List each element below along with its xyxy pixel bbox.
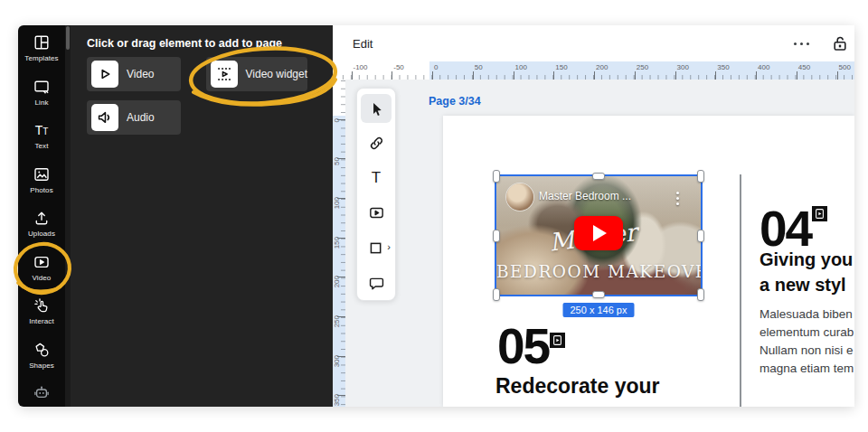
hruler-tick: 200 — [594, 61, 595, 80]
sidebar-item-label: Interact — [18, 317, 65, 325]
tool-video[interactable] — [361, 199, 392, 228]
size-badge: 250 x 146 px — [563, 303, 635, 317]
sidebar-item-label: Text — [18, 142, 65, 150]
left-sidebar: TemplatesLinkTTTextPhotosUploadsVideoInt… — [18, 25, 65, 407]
more-options-button[interactable] — [794, 35, 821, 52]
hruler-tick: -100 — [352, 61, 353, 80]
section-heading-line1: Giving you — [760, 249, 853, 270]
hruler-tick: 300 — [675, 61, 676, 80]
interact-icon — [18, 296, 65, 315]
speaker-icon — [91, 104, 118, 131]
thumbnail-caption-text: BEDROOM MAKEOVER — [496, 262, 701, 281]
edit-menu[interactable]: Edit — [353, 37, 373, 51]
tool-shape[interactable]: › — [361, 233, 392, 262]
sidebar-item-assistant[interactable] — [18, 383, 65, 407]
hruler-tick: 250 — [635, 61, 636, 80]
tool-select[interactable] — [361, 94, 392, 123]
section-number-04[interactable]: 04 — [760, 208, 811, 249]
video-thumbnail: Master Bedroom ... Master BEDROOM MAKEOV… — [496, 176, 701, 295]
panel-heading: Click or drag element to add to page — [87, 37, 282, 50]
body-text-line: Malesuada biben — [760, 305, 854, 324]
page-indicator: Page 3/34 — [429, 95, 481, 108]
play-icon — [91, 61, 118, 88]
sidebar-item-label: Templates — [18, 54, 65, 62]
vruler-tick: 150 — [333, 238, 345, 239]
body-text-line: Nullam non nisi e — [760, 342, 854, 360]
floating-toolbar: T› — [356, 88, 396, 301]
section-heading-05[interactable]: Redecorate your — [495, 374, 660, 399]
sidebar-item-label: Photos — [18, 186, 65, 194]
editor-app: TemplatesLinkTTTextPhotosUploadsVideoInt… — [18, 25, 854, 407]
link-icon — [18, 77, 65, 97]
screenshot-stage: TemplatesLinkTTTextPhotosUploadsVideoInt… — [0, 0, 868, 432]
video-widget-button-label: Video widget — [246, 68, 308, 80]
sidebar-scrollbar[interactable] — [66, 26, 70, 50]
sidebar-item-text[interactable]: TTText — [18, 120, 65, 162]
video-widget-icon — [211, 61, 238, 88]
sidebar-item-label: Uploads — [18, 230, 65, 238]
sidebar-item-link[interactable]: Link — [18, 77, 65, 118]
page-spread[interactable]: Master Bedroom ... Master BEDROOM MAKEOV… — [443, 116, 854, 407]
hruler-tick: 450 — [797, 61, 797, 80]
body-text-line: elementum curab — [760, 324, 854, 342]
hruler-tick: 150 — [553, 61, 554, 80]
tool-link[interactable] — [361, 129, 392, 158]
video-icon — [18, 252, 65, 272]
sidebar-item-templates[interactable]: Templates — [18, 33, 65, 74]
hruler-tick: 100 — [514, 61, 514, 80]
video-element-button[interactable]: Video — [87, 57, 181, 91]
vruler-tick: 300 — [333, 356, 345, 357]
sidebar-item-label: Video — [18, 274, 65, 282]
right-page-text-block[interactable]: 04 Giving you a new styl Malesuada biben… — [760, 201, 854, 407]
channel-avatar — [506, 183, 533, 211]
sidebar-item-label: Shapes — [18, 362, 65, 370]
hruler-tick: 50 — [473, 61, 474, 80]
section-number-05[interactable]: 05 — [497, 325, 549, 367]
hruler-tick: 350 — [715, 61, 716, 80]
selected-video-element[interactable]: Master Bedroom ... Master BEDROOM MAKEOV… — [496, 176, 701, 295]
hruler-tick: 500 — [837, 61, 838, 80]
page-fold-divider — [740, 174, 741, 407]
vruler-tick: 50 — [333, 158, 345, 159]
audio-button-label: Audio — [127, 111, 155, 124]
vertical-ruler: 050100150200250300350 — [333, 80, 345, 407]
vruler-tick: 100 — [333, 198, 345, 199]
hruler-tick: 400 — [756, 61, 757, 80]
top-bar — [333, 25, 854, 62]
body-text-line: magna etiam tem — [760, 360, 854, 378]
kebab-menu-icon[interactable] — [676, 192, 679, 205]
tool-comment[interactable] — [361, 268, 392, 297]
tool-text[interactable]: T — [361, 164, 392, 193]
photos-icon — [18, 164, 65, 184]
sidebar-item-photos[interactable]: Photos — [18, 164, 65, 206]
sidebar-item-shapes[interactable]: Shapes — [18, 340, 65, 381]
hruler-tick: 0 — [432, 61, 433, 80]
sidebar-item-uploads[interactable]: Uploads — [18, 208, 65, 249]
vruler-tick: 0 — [333, 119, 345, 120]
hruler-tick: -50 — [392, 61, 392, 80]
youtube-play-button[interactable] — [574, 216, 623, 250]
templates-icon — [18, 33, 65, 52]
page-link-badge-icon — [550, 333, 565, 348]
sidebar-item-label: Link — [18, 99, 65, 107]
video-elements-panel: Click or drag element to add to page Vid… — [71, 25, 333, 407]
video-widget-button[interactable]: Video widget — [206, 57, 307, 91]
sidebar-item-video[interactable]: Video — [18, 252, 65, 294]
upload-icon — [18, 208, 65, 228]
horizontal-ruler: -100-50050100150200250300350400450500 — [333, 61, 854, 80]
vruler-tick: 350 — [333, 395, 345, 396]
sidebar-item-interact[interactable]: Interact — [18, 296, 65, 337]
robot-icon — [18, 383, 65, 403]
shapes-icon — [18, 340, 65, 360]
video-title: Master Bedroom ... — [539, 190, 631, 202]
audio-element-button[interactable]: Audio — [87, 100, 181, 135]
text-icon: TT — [18, 120, 65, 140]
page-link-badge-icon — [812, 206, 827, 221]
vruler-tick: 250 — [333, 316, 345, 317]
unlock-icon[interactable] — [831, 34, 849, 52]
section-body-text: Malesuada bibenelementum curabNullam non… — [760, 305, 854, 378]
vruler-tick: 200 — [333, 277, 345, 277]
video-button-label: Video — [127, 68, 154, 80]
section-heading-line2: a new styl — [760, 275, 846, 296]
